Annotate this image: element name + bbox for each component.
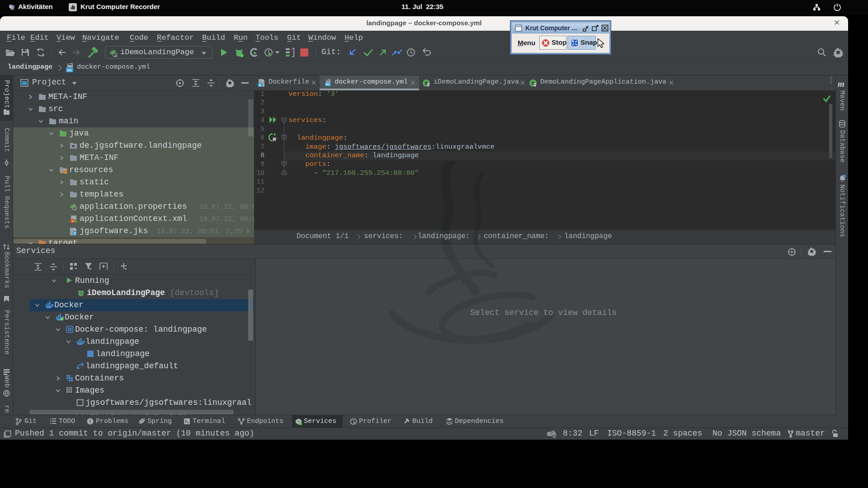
svg-text:DC: DC: [326, 83, 330, 86]
svg-text:<: <: [72, 220, 74, 223]
svg-text:D: D: [259, 84, 261, 87]
svg-text:?: ?: [550, 431, 553, 436]
svg-text:DC: DC: [67, 68, 72, 72]
svg-text:?: ?: [73, 231, 76, 236]
